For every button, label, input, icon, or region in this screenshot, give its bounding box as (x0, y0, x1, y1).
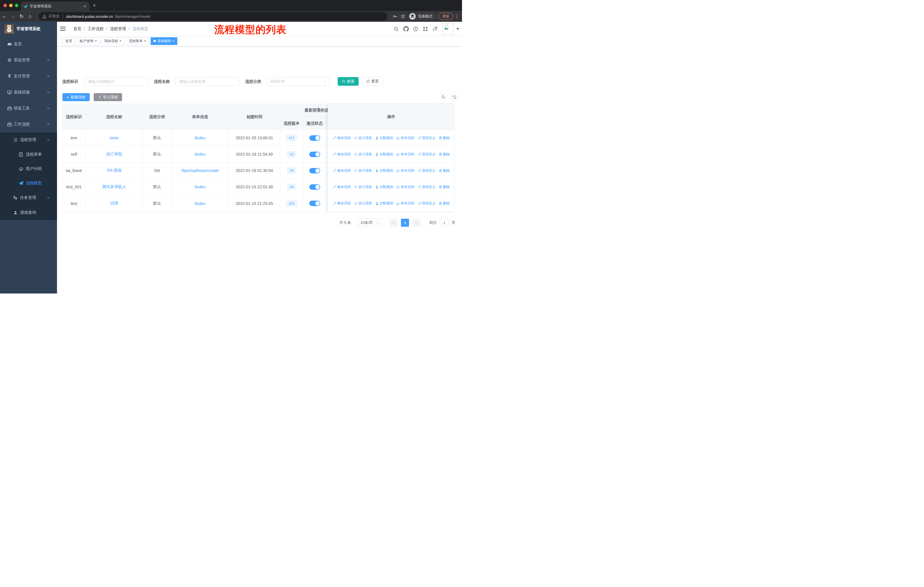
search-icon[interactable] (391, 26, 401, 31)
sidebar-item-user-group[interactable]: 用户分组 (0, 162, 57, 176)
design-process-link[interactable]: 设计流程 (354, 168, 372, 173)
logo[interactable]: 芋道管理系统 (0, 22, 57, 36)
back-icon[interactable]: ← (0, 13, 8, 19)
form-link[interactable]: /bpm/oa/leave/create (181, 168, 219, 173)
sidebar-item-process-model[interactable]: 流程模型 (0, 176, 57, 190)
help-icon[interactable]: ? (411, 26, 421, 31)
sidebar-item-dev-tools[interactable]: 研发工具 (0, 100, 57, 116)
form-link[interactable]: biubiu (195, 152, 205, 157)
menu-dots-icon[interactable] (456, 14, 458, 18)
zoom-window-button[interactable] (15, 4, 18, 7)
avatar-caret-icon[interactable] (456, 28, 459, 30)
process-definition-link[interactable]: 流程定义 (417, 168, 436, 173)
publish-process-link[interactable]: 发布流程 (396, 185, 414, 189)
github-icon[interactable] (401, 26, 411, 31)
delete-link[interactable]: 删除 (439, 152, 450, 157)
sidebar-item-home[interactable]: 首页 (0, 36, 57, 52)
process-name-link[interactable]: 测试多审批人 (102, 184, 126, 189)
search-button[interactable]: 搜索 (338, 77, 359, 86)
new-tab-button[interactable]: + (93, 3, 96, 8)
create-process-button[interactable]: + 新建流程 (63, 93, 90, 101)
delete-link[interactable]: 删除 (439, 201, 450, 206)
modify-process-link[interactable]: 修改流程 (333, 152, 351, 157)
tag-close-icon[interactable]: × (95, 39, 97, 43)
font-size-icon[interactable]: TT (430, 26, 440, 31)
import-process-button[interactable]: 导入流程 (94, 93, 122, 101)
activation-toggle[interactable] (309, 201, 320, 206)
assign-rule-link[interactable]: 分配规则 (375, 168, 393, 173)
next-page-button[interactable]: › (412, 219, 421, 227)
minimize-window-button[interactable] (9, 4, 13, 7)
design-process-link[interactable]: 设计流程 (354, 136, 372, 141)
sidebar-item-leave-query[interactable]: 请假查询 (0, 205, 57, 220)
sidebar-item-workflow[interactable]: 工作流程 (0, 116, 57, 132)
publish-process-link[interactable]: 发布流程 (396, 168, 414, 173)
sidebar-item-process-form[interactable]: 流程表单 (0, 147, 57, 162)
tag-process-form[interactable]: 流程表单× (126, 37, 149, 45)
modify-process-link[interactable]: 修改流程 (333, 201, 351, 206)
reload-icon[interactable]: ↻ (17, 13, 26, 20)
modify-process-link[interactable]: 修改流程 (333, 168, 351, 173)
tag-close-icon[interactable]: × (144, 39, 146, 43)
design-process-link[interactable]: 设计流程 (354, 201, 372, 206)
delete-link[interactable]: 删除 (439, 185, 450, 189)
update-button[interactable]: 更新 (439, 13, 453, 20)
design-process-link[interactable]: 设计流程 (354, 152, 372, 157)
publish-process-link[interactable]: 发布流程 (396, 152, 414, 157)
tag-tenant[interactable]: 租户管理× (77, 37, 100, 45)
tag-close-icon[interactable]: × (172, 39, 175, 43)
process-name-link[interactable]: eeee (110, 136, 119, 140)
process-name-link[interactable]: 滔博 (110, 201, 118, 206)
breadcrumb-process-management[interactable]: 流程管理 (110, 26, 126, 31)
delete-link[interactable]: 删除 (439, 136, 450, 141)
activation-toggle[interactable] (309, 152, 320, 157)
avatar[interactable] (442, 23, 454, 35)
assign-rule-link[interactable]: 分配规则 (375, 201, 393, 206)
assign-rule-link[interactable]: 分配规则 (375, 136, 393, 141)
activation-toggle[interactable] (309, 168, 320, 174)
process-name-link[interactable]: 自己审批 (106, 152, 122, 157)
sidebar-item-infrastructure[interactable]: 基础设施 (0, 84, 57, 100)
home-icon[interactable]: ⌂ (26, 13, 35, 19)
assign-rule-link[interactable]: 分配规则 (375, 185, 393, 189)
forward-icon[interactable]: → (8, 13, 17, 19)
design-process-link[interactable]: 设计流程 (354, 185, 372, 189)
prev-page-button[interactable]: ‹ (389, 219, 398, 227)
sidebar-item-task-management[interactable]: 任务管理 (0, 190, 57, 205)
key-icon[interactable] (393, 14, 398, 19)
process-definition-link[interactable]: 流程定义 (417, 201, 436, 206)
address-bar[interactable]: 不安全 dashboard.yudao.iocoder.cn/bpm/manag… (38, 12, 388, 21)
sidebar-item-system[interactable]: ⚙ 系统管理 (0, 52, 57, 68)
close-window-button[interactable] (3, 4, 7, 7)
process-name-link[interactable]: OA 请假 (107, 168, 121, 173)
publish-process-link[interactable]: 发布流程 (396, 136, 414, 141)
form-link[interactable]: biubiu (195, 201, 205, 206)
modify-process-link[interactable]: 修改流程 (333, 185, 351, 189)
breadcrumb-workflow[interactable]: 工作流程 (87, 26, 104, 31)
page-size-select[interactable]: 10条/页 (358, 219, 381, 227)
delete-link[interactable]: 删除 (439, 168, 450, 173)
tag-close-icon[interactable]: × (119, 39, 121, 43)
modify-process-link[interactable]: 修改流程 (333, 136, 351, 141)
bookmark-star-icon[interactable] (401, 14, 406, 19)
refresh-table-button[interactable] (450, 93, 459, 101)
process-definition-link[interactable]: 流程定义 (417, 185, 436, 189)
sidebar-item-payment[interactable]: ¥ 支付管理 (0, 68, 57, 84)
tag-home[interactable]: 首页 (63, 37, 75, 45)
tab-close-icon[interactable]: ✕ (83, 4, 86, 8)
form-link[interactable]: biubiu (195, 185, 205, 189)
form-link[interactable]: biubiu (195, 136, 205, 140)
sidebar-item-process-management[interactable]: 流程管理 (0, 132, 57, 147)
process-category-select[interactable]: 流程分类 (266, 77, 330, 86)
publish-process-link[interactable]: 发布流程 (396, 201, 414, 206)
process-name-input[interactable] (176, 77, 239, 86)
assign-rule-link[interactable]: 分配规则 (375, 152, 393, 157)
process-definition-link[interactable]: 流程定义 (417, 152, 436, 157)
fullscreen-icon[interactable] (421, 26, 430, 31)
breadcrumb-home[interactable]: 首页 (73, 26, 81, 31)
page-1-button[interactable]: 1 (401, 219, 409, 227)
process-key-input[interactable] (84, 77, 148, 86)
toggle-search-button[interactable] (439, 93, 447, 101)
hamburger-icon[interactable] (60, 26, 66, 31)
browser-tab[interactable]: 芋道管理系统 ✕ (21, 2, 89, 11)
